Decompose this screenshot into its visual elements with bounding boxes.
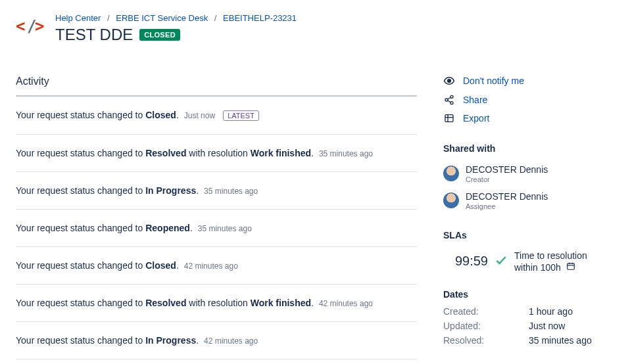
- eye-icon: [443, 75, 455, 87]
- date-key: Resolved:: [443, 335, 529, 346]
- export-icon: [443, 113, 455, 124]
- activity-heading: Activity: [16, 76, 417, 97]
- share-icon: [443, 95, 455, 105]
- activity-timestamp: 35 minutes ago: [319, 149, 373, 158]
- svg-point-6: [450, 102, 453, 104]
- notify-label: Don't notify me: [463, 76, 524, 86]
- share-action[interactable]: Share: [443, 91, 614, 109]
- breadcrumb-help-center[interactable]: Help Center: [55, 13, 101, 23]
- svg-text:<: <: [16, 17, 25, 35]
- sla-time: 99:59: [443, 254, 488, 269]
- dates-section: Dates Created:1 hour agoUpdated:Just now…: [443, 289, 614, 346]
- avatar: [443, 193, 459, 208]
- svg-point-3: [448, 80, 451, 83]
- svg-text:>: >: [35, 17, 44, 35]
- breadcrumb-service-desk[interactable]: ERBE ICT Service Desk: [116, 13, 208, 23]
- date-value: 1 hour ago: [529, 306, 614, 317]
- svg-line-8: [448, 101, 451, 102]
- activity-item: Your request status changed to Closed.Ju…: [16, 97, 417, 135]
- svg-point-5: [445, 99, 448, 101]
- activity-timestamp: Just now: [184, 111, 215, 120]
- header: < / > Help Center / ERBE ICT Service Des…: [16, 13, 417, 44]
- slas-heading: SLAs: [443, 230, 614, 240]
- calendar-icon: [566, 262, 575, 273]
- shared-with-section: Shared with DECOSTER DennisCreatorDECOST…: [443, 143, 614, 214]
- activity-item: Your request status changed to Closed.42…: [16, 247, 417, 284]
- slas-section: SLAs 99:59 Time to resolution within 100…: [443, 230, 614, 273]
- activity-timestamp: 42 minutes ago: [204, 336, 258, 346]
- date-value: Just now: [529, 321, 614, 331]
- dates-heading: Dates: [443, 289, 614, 300]
- activity-timestamp: 42 minutes ago: [319, 299, 373, 308]
- export-label: Export: [463, 113, 489, 124]
- activity-item: Your request status changed to In Progre…: [16, 322, 417, 359]
- activity-item: Your request status changed to Resolved …: [16, 135, 417, 172]
- actions-panel: Don't notify me Share Export: [443, 71, 614, 127]
- avatar: [443, 166, 459, 181]
- breadcrumb-ticket-key[interactable]: EBEITHELP-23231: [223, 13, 297, 23]
- breadcrumb: Help Center / ERBE ICT Service Desk / EB…: [55, 13, 297, 23]
- checkmark-icon: [495, 254, 508, 269]
- page-title: TEST DDE: [55, 26, 133, 44]
- person-role: Creator: [466, 175, 548, 183]
- person-row[interactable]: DECOSTER DennisCreator: [443, 160, 614, 187]
- date-key: Updated:: [443, 321, 529, 331]
- latest-badge: LATEST: [223, 110, 259, 121]
- person-name: DECOSTER Dennis: [466, 164, 548, 175]
- date-key: Created:: [443, 306, 529, 317]
- activity-item: Your request status changed to In Progre…: [16, 172, 417, 210]
- svg-point-4: [450, 95, 453, 98]
- activity-timestamp: 35 minutes ago: [198, 224, 252, 233]
- svg-rect-9: [445, 115, 453, 122]
- logo-icon: < / >: [16, 17, 45, 37]
- export-action[interactable]: Export: [443, 109, 614, 127]
- person-role: Assignee: [466, 202, 548, 210]
- svg-rect-12: [567, 263, 574, 269]
- status-badge: CLOSED: [139, 29, 180, 41]
- person-row[interactable]: DECOSTER DennisAssignee: [443, 187, 614, 214]
- notify-action[interactable]: Don't notify me: [443, 71, 614, 91]
- activity-timestamp: 42 minutes ago: [184, 262, 238, 271]
- person-name: DECOSTER Dennis: [466, 191, 548, 202]
- date-value: 35 minutes ago: [529, 335, 614, 346]
- svg-line-7: [448, 97, 451, 99]
- activity-item: Your request status changed to Reopened.…: [16, 210, 417, 247]
- activity-item: Your request status changed to Resolved …: [16, 284, 417, 322]
- share-label: Share: [463, 95, 487, 105]
- activity-timestamp: 35 minutes ago: [204, 187, 258, 196]
- shared-with-heading: Shared with: [443, 143, 614, 154]
- sla-description: Time to resolution within 100h: [514, 250, 587, 273]
